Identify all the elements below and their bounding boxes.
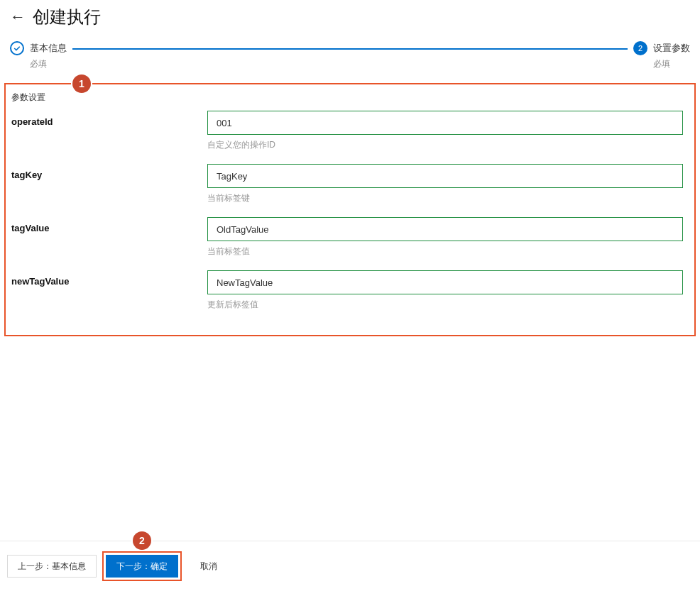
annotation-badge-2: 2 (133, 531, 151, 550)
operate-id-input[interactable] (207, 111, 683, 135)
footer-actions: 上一步：基本信息 2 下一步：确定 取消 (0, 541, 700, 591)
field-label: tagKey (11, 164, 207, 180)
field-tag-key: tagKey 当前标签键 (11, 164, 689, 213)
new-tag-value-input[interactable] (207, 270, 683, 294)
field-operate-id: operateId 自定义您的操作ID (11, 111, 689, 160)
step-label: 基本信息 (30, 42, 67, 55)
field-label: operateId (11, 111, 207, 127)
step-indicator: 基本信息 必填 2 设置参数 必填 (0, 41, 700, 83)
page-title: 创建执行 (33, 6, 101, 28)
next-button[interactable]: 下一步：确定 (106, 555, 178, 578)
field-tag-value: tagValue 当前标签值 (11, 217, 689, 266)
next-button-highlight: 2 下一步：确定 (102, 551, 182, 581)
tag-value-input[interactable] (207, 217, 683, 241)
params-panel: 1 参数设置 operateId 自定义您的操作ID tagKey 当前标签键 … (4, 83, 696, 336)
step-label: 设置参数 (653, 42, 690, 55)
field-label: tagValue (11, 217, 207, 233)
field-hint: 当前标签键 (207, 192, 683, 204)
annotation-badge-1: 1 (72, 74, 91, 93)
step-connector (72, 48, 628, 50)
step-basic-info[interactable]: 基本信息 必填 (10, 41, 67, 70)
check-icon (10, 41, 24, 55)
tag-key-input[interactable] (207, 164, 683, 188)
prev-button[interactable]: 上一步：基本信息 (7, 555, 97, 578)
field-new-tag-value: newTagValue 更新后标签值 (11, 270, 689, 319)
step-set-params[interactable]: 2 设置参数 必填 (633, 41, 690, 70)
step-sublabel: 必填 (30, 58, 67, 70)
page-header: ← 创建执行 (0, 0, 700, 41)
panel-title: 参数设置 (11, 92, 689, 104)
field-hint: 更新后标签值 (207, 299, 683, 311)
field-hint: 当前标签值 (207, 245, 683, 258)
back-arrow-icon[interactable]: ← (10, 9, 26, 25)
cancel-button[interactable]: 取消 (190, 555, 227, 578)
step-sublabel: 必填 (653, 58, 690, 70)
field-label: newTagValue (11, 270, 207, 287)
field-hint: 自定义您的操作ID (207, 139, 683, 151)
step-number-icon: 2 (633, 41, 647, 55)
